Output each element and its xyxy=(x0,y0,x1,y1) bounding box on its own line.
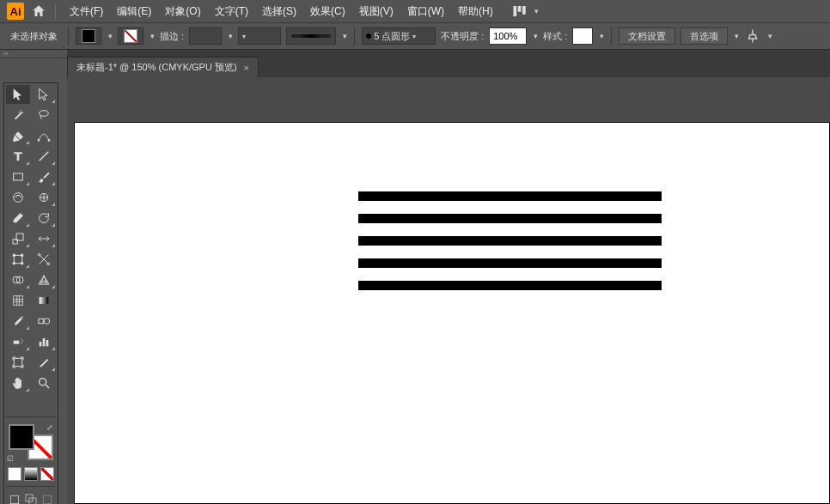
svg-rect-35 xyxy=(14,358,21,366)
chevron-down-icon[interactable]: ▾ xyxy=(108,32,113,40)
fill-stroke-indicator[interactable]: ⤢ ◱ xyxy=(7,422,55,462)
svg-point-3 xyxy=(21,110,21,111)
document-tab[interactable]: 未标题-1* @ 150% (CMYK/GPU 预览) × xyxy=(67,57,259,77)
menu-effect[interactable]: 效果(C) xyxy=(305,2,351,21)
column-graph-tool[interactable] xyxy=(32,332,56,351)
style-label: 样式 : xyxy=(543,30,567,43)
chevron-down-icon[interactable]: ▾ xyxy=(150,32,155,40)
mesh-tool[interactable] xyxy=(6,291,30,310)
menu-select[interactable]: 选择(S) xyxy=(257,2,302,21)
eraser-tool[interactable] xyxy=(6,209,30,228)
menu-help[interactable]: 帮助(H) xyxy=(453,2,498,21)
rectangle-shape[interactable] xyxy=(358,281,662,290)
svg-point-11 xyxy=(14,193,23,203)
selection-tool[interactable] xyxy=(6,85,30,104)
svg-point-31 xyxy=(21,343,21,343)
magic-wand-tool[interactable] xyxy=(6,106,30,124)
zoom-tool[interactable] xyxy=(32,373,56,392)
rectangle-shape[interactable] xyxy=(358,236,662,246)
chevron-down-icon[interactable]: ▾ xyxy=(229,32,233,40)
perspective-grid-tool[interactable] xyxy=(32,270,56,289)
menu-window[interactable]: 窗口(W) xyxy=(402,2,449,21)
rectangle-shape[interactable] xyxy=(358,214,662,223)
chevron-down-icon[interactable]: ▾ xyxy=(534,32,538,40)
chevron-down-icon[interactable]: ▾ xyxy=(343,32,347,40)
rectangle-shape[interactable] xyxy=(358,258,662,268)
dock-collapse-handle[interactable]: ‹‹ xyxy=(0,50,67,58)
color-mode-gradient[interactable] xyxy=(24,467,38,481)
svg-point-5 xyxy=(19,112,20,112)
hand-tool[interactable] xyxy=(6,373,30,392)
artboard-tool[interactable] xyxy=(6,353,30,372)
svg-rect-34 xyxy=(46,340,49,346)
menu-object[interactable]: 对象(O) xyxy=(160,2,205,21)
shape-builder-tool[interactable] xyxy=(6,270,30,289)
chevron-down-icon[interactable]: ▾ xyxy=(534,7,539,15)
menu-type[interactable]: 文字(T) xyxy=(210,2,253,21)
variable-width-dropdown[interactable]: ▾ xyxy=(238,27,281,45)
stroke-weight-input[interactable] xyxy=(189,27,222,45)
color-mode-solid[interactable] xyxy=(8,467,21,481)
workspace-switcher-icon[interactable] xyxy=(510,4,529,18)
canvas-artboard[interactable] xyxy=(74,122,830,504)
document-setup-button[interactable]: 文档设置 xyxy=(619,27,675,45)
draw-behind-icon[interactable] xyxy=(23,492,39,504)
width-tool[interactable] xyxy=(32,229,56,248)
chevron-down-icon[interactable]: ▾ xyxy=(600,32,604,40)
preferences-button[interactable]: 首选项 xyxy=(680,27,728,45)
color-mode-none[interactable] xyxy=(40,467,54,481)
svg-rect-28 xyxy=(14,341,20,344)
svg-line-9 xyxy=(40,152,49,161)
rotate-tool[interactable] xyxy=(32,209,56,228)
line-segment-tool[interactable] xyxy=(32,147,56,166)
brush-profile-dropdown[interactable]: 5 点圆形 ▾ xyxy=(362,27,436,45)
shaper-tool[interactable] xyxy=(32,188,56,207)
slice-tool[interactable] xyxy=(32,353,56,372)
gradient-tool[interactable] xyxy=(32,291,56,310)
pen-tool[interactable] xyxy=(6,126,30,145)
home-icon[interactable] xyxy=(31,3,46,19)
paintbrush-tool[interactable] xyxy=(32,167,56,186)
opacity-input[interactable]: 100% xyxy=(489,27,527,45)
fill-color-indicator[interactable] xyxy=(9,424,34,450)
rectangle-tool[interactable] xyxy=(6,167,30,186)
dot-icon xyxy=(366,33,371,39)
free-transform-tool[interactable] xyxy=(6,250,30,269)
svg-point-6 xyxy=(40,111,49,117)
close-icon[interactable]: × xyxy=(244,63,249,73)
menu-view[interactable]: 视图(V) xyxy=(354,2,399,21)
graphic-style-dropdown[interactable] xyxy=(572,27,593,45)
menu-edit[interactable]: 编辑(E) xyxy=(112,2,156,21)
brush-preview[interactable] xyxy=(286,27,336,45)
direct-selection-tool[interactable] xyxy=(32,85,56,104)
scale-tool[interactable] xyxy=(6,229,30,248)
app-logo[interactable]: Ai xyxy=(7,3,24,20)
puppet-warp-tool[interactable] xyxy=(32,250,56,269)
document-tab-strip: 未标题-1* @ 150% (CMYK/GPU 预览) × xyxy=(0,50,830,77)
draw-inside-icon[interactable] xyxy=(40,492,55,504)
curvature-tool[interactable] xyxy=(32,126,56,145)
rectangle-shape[interactable] xyxy=(358,191,662,201)
type-tool[interactable] xyxy=(6,147,30,166)
eyedropper-tool[interactable] xyxy=(6,312,30,331)
chevron-down-icon[interactable]: ▾ xyxy=(735,32,739,40)
menu-file[interactable]: 文件(F) xyxy=(64,2,108,21)
empty-slot xyxy=(6,394,30,413)
fill-swatch[interactable] xyxy=(76,27,101,45)
default-fill-stroke-icon[interactable]: ◱ xyxy=(7,454,14,462)
lasso-tool[interactable] xyxy=(32,106,56,124)
svg-point-30 xyxy=(22,341,23,342)
svg-rect-24 xyxy=(14,296,23,306)
svg-rect-10 xyxy=(14,173,23,180)
blend-tool[interactable] xyxy=(32,312,56,331)
svg-point-36 xyxy=(40,379,46,386)
chevron-down-icon[interactable]: ▾ xyxy=(768,32,772,40)
swap-fill-stroke-icon[interactable]: ⤢ xyxy=(46,423,53,432)
pin-icon[interactable] xyxy=(744,27,761,45)
draw-mode-icon[interactable] xyxy=(7,492,22,504)
symbol-sprayer-tool[interactable] xyxy=(6,332,30,351)
svg-rect-25 xyxy=(40,297,49,304)
blob-brush-tool[interactable] xyxy=(6,188,30,207)
stroke-swatch[interactable] xyxy=(118,27,143,45)
svg-rect-1 xyxy=(517,6,521,12)
